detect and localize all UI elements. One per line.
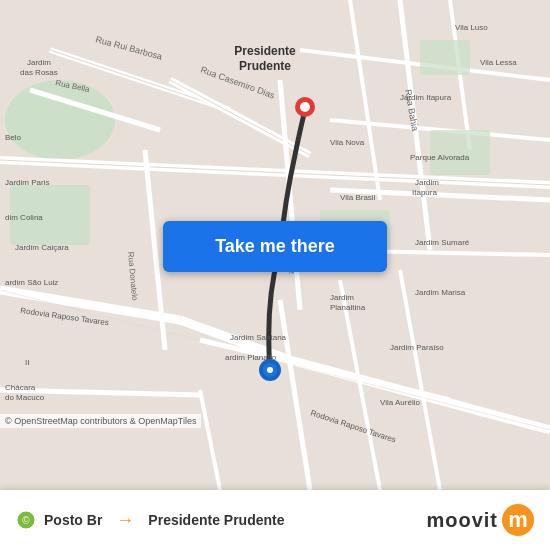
svg-text:II: II <box>25 358 29 367</box>
map-credit: © OpenStreetMap contributors & OpenMapTi… <box>0 414 201 428</box>
svg-point-71 <box>300 102 310 112</box>
svg-text:Jardim Itapura: Jardim Itapura <box>400 93 452 102</box>
svg-text:Vila Luso: Vila Luso <box>455 23 488 32</box>
svg-text:Jardim Sumaré: Jardim Sumaré <box>415 238 470 247</box>
svg-text:Jardim: Jardim <box>330 293 354 302</box>
footer-destination: Presidente Prudente <box>148 512 284 528</box>
svg-text:Jardim Caiçara: Jardim Caiçara <box>15 243 69 252</box>
svg-text:Prudente: Prudente <box>239 59 291 73</box>
svg-point-1 <box>5 80 115 160</box>
svg-text:Jardim Marisa: Jardim Marisa <box>415 288 466 297</box>
take-me-there-button[interactable]: Take me there <box>163 221 387 272</box>
svg-text:das Rosas: das Rosas <box>20 68 58 77</box>
svg-text:Vila Brasil: Vila Brasil <box>340 193 376 202</box>
svg-text:ardim São Luiz: ardim São Luiz <box>5 278 58 287</box>
svg-text:Planaltina: Planaltina <box>330 303 366 312</box>
moovit-icon: m <box>502 504 534 536</box>
svg-text:Vila Nova: Vila Nova <box>330 138 365 147</box>
svg-text:Jardim Santana: Jardim Santana <box>230 333 287 342</box>
svg-text:Presidente: Presidente <box>234 44 296 58</box>
svg-text:Jardim: Jardim <box>415 178 439 187</box>
svg-text:Jardim: Jardim <box>27 58 51 67</box>
svg-text:dim Colina: dim Colina <box>5 213 43 222</box>
svg-rect-29 <box>420 40 470 75</box>
moovit-text: moovit <box>426 509 498 532</box>
footer-arrow: → <box>116 510 134 531</box>
svg-point-74 <box>267 367 273 373</box>
svg-text:Vila Lessa: Vila Lessa <box>480 58 517 67</box>
svg-text:do Macuco: do Macuco <box>5 393 45 402</box>
svg-text:Itapura: Itapura <box>412 188 437 197</box>
openstreetmap-icon: © <box>16 510 36 530</box>
svg-text:Chácara: Chácara <box>5 383 36 392</box>
svg-text:©: © <box>22 515 30 526</box>
footer: © Posto Br → Presidente Prudente moovit … <box>0 490 550 550</box>
map-container: Rua Rui Barbosa Rua Bella Rua Casemiro D… <box>0 0 550 490</box>
svg-text:Jardim Paraíso: Jardim Paraíso <box>390 343 444 352</box>
svg-text:Parque Alvorada: Parque Alvorada <box>410 153 470 162</box>
svg-text:Vila Aurélio: Vila Aurélio <box>380 398 420 407</box>
moovit-logo: moovit m <box>426 504 534 536</box>
svg-text:Jardim Paris: Jardim Paris <box>5 178 49 187</box>
svg-text:Belo: Belo <box>5 133 22 142</box>
footer-origin: Posto Br <box>44 512 102 528</box>
